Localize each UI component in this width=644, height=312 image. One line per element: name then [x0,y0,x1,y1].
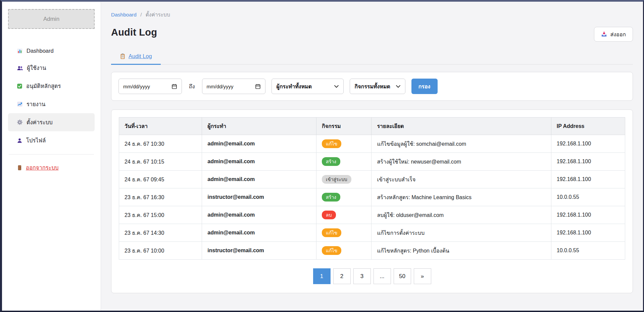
cell-actor: admin@email.com [202,224,316,242]
cell-details: เข้าสู่ระบบสำเร็จ [371,171,551,188]
cell-ip: 10.0.0.55 [551,188,625,206]
brand-label: Admin [43,16,59,23]
cell-details: สร้างหลักสูตร: Machine Learning Basics [371,188,551,206]
sidebar-item-users[interactable]: ผู้ใช้งาน [8,59,95,77]
table-header-row: วันที่-เวลาผู้กระทำกิจกรรมรายละเอียดIP A… [119,118,625,135]
activity-badge: เข้าสู่ระบบ [322,175,351,184]
sidebar-item-reports[interactable]: รายงาน [8,95,95,113]
activity-badge: แก้ไข [322,139,341,148]
export-button[interactable]: ส่งออก [594,27,633,42]
table-row: 23 ธ.ค. 67 10:00instructor@email.comแก้ไ… [119,242,625,260]
cell-actor: admin@email.com [202,171,316,188]
sidebar-item-label: ผู้ใช้งาน [27,63,46,72]
logout-link[interactable]: ออกจากระบบ [17,163,58,172]
activity-filter-value: กิจกรรมทั้งหมด [355,82,390,91]
app-window: Admin Dashboardผู้ใช้งานอนุมัติหลักสูตรร… [0,0,644,312]
export-icon [601,31,607,37]
sidebar-menu: Dashboardผู้ใช้งานอนุมัติหลักสูตรรายงานต… [8,43,95,149]
cell-details: แก้ไขการตั้งค่าระบบ [371,224,551,242]
page-button-50[interactable]: 50 [394,268,411,284]
column-header: วันที่-เวลา [119,118,202,135]
activity-badge: สร้าง [322,193,340,202]
cell-actor: instructor@email.com [202,188,316,206]
actor-filter-select[interactable]: ผู้กระทำทั้งหมด [271,79,344,94]
column-header: IP Address [551,118,625,135]
page-button-next[interactable]: » [414,268,431,284]
sidebar-item-approve-courses[interactable]: อนุมัติหลักสูตร [8,77,95,95]
table-row: 23 ธ.ค. 67 14:30admin@email.comแก้ไขแก้ไ… [119,224,625,242]
breadcrumb-separator: / [140,12,142,17]
date-to-value: mm/dd/yyyy [207,84,234,89]
activity-badge: แก้ไข [322,228,341,237]
gear-icon [17,119,23,125]
cell-actor: instructor@email.com [202,242,316,260]
cell-datetime: 24 ธ.ค. 67 09:45 [119,171,202,188]
audit-log-table: วันที่-เวลาผู้กระทำกิจกรรมรายละเอียดIP A… [119,117,625,260]
calendar-icon[interactable] [255,84,261,89]
cell-actor: admin@email.com [202,153,316,171]
sidebar-item-dashboard[interactable]: Dashboard [8,43,95,59]
sidebar-item-label: อนุมัติหลักสูตร [26,82,61,90]
activity-badge: ลบ [322,211,336,219]
dashboard-chart-icon [17,48,23,54]
page-button-2[interactable]: 2 [333,268,351,284]
approve-check-icon [17,83,22,89]
sidebar-item-label: ตั้งค่าระบบ [27,118,53,127]
main-content: Dashboard / ตั้งค่าระบบ Audit Log ส่งออก [101,2,643,311]
table-row: 24 ธ.ค. 67 10:15admin@email.comสร้างสร้า… [119,153,625,171]
breadcrumb: Dashboard / ตั้งค่าระบบ [111,10,633,19]
sidebar-item-system-settings[interactable]: ตั้งค่าระบบ [8,113,95,131]
sidebar-item-label: Dashboard [27,48,54,54]
actor-filter-value: ผู้กระทำทั้งหมด [277,82,312,91]
cell-datetime: 23 ธ.ค. 67 15:00 [119,206,202,224]
cell-actor: admin@email.com [202,206,316,224]
breadcrumb-dashboard-link[interactable]: Dashboard [111,12,137,17]
tab-audit-log-label: Audit Log [129,53,152,59]
breadcrumb-current: ตั้งค่าระบบ [146,12,170,17]
audit-log-card: วันที่-เวลาผู้กระทำกิจกรรมรายละเอียดIP A… [111,109,633,293]
cell-datetime: 23 ธ.ค. 67 16:30 [119,188,202,206]
activity-filter-select[interactable]: กิจกรรมทั้งหมด [350,79,405,94]
calendar-icon[interactable] [171,84,177,89]
export-button-label: ส่งออก [610,30,626,39]
page-title: Audit Log [111,27,157,38]
cell-ip: 192.168.1.100 [551,224,625,242]
users-icon [17,65,23,71]
cell-details: ลบผู้ใช้: olduser@email.com [371,206,551,224]
date-range-to-label: ถึง [189,82,195,91]
cell-activity: สร้าง [316,188,371,206]
page-button-1[interactable]: 1 [313,268,331,284]
page-button-ellipsis[interactable]: ... [374,268,391,284]
profile-icon [17,138,22,143]
cell-ip: 192.168.1.100 [551,206,625,224]
sidebar: Admin Dashboardผู้ใช้งานอนุมัติหลักสูตรร… [2,2,101,311]
tab-audit-log[interactable]: Audit Log [111,53,161,65]
sidebar-item-profile[interactable]: โปรไฟล์ [8,131,95,149]
cell-actor: admin@email.com [202,135,316,153]
cell-activity: เข้าสู่ระบบ [316,171,371,188]
cell-details: แก้ไขข้อมูลผู้ใช้: somchai@email.com [371,135,551,153]
page-button-3[interactable]: 3 [353,268,371,284]
date-from-value: mm/dd/yyyy [123,84,150,89]
column-header: ผู้กระทำ [202,118,316,135]
table-row: 24 ธ.ค. 67 10:30admin@email.comแก้ไขแก้ไ… [119,135,625,153]
date-to-input[interactable]: mm/dd/yyyy [202,79,265,94]
cell-activity: แก้ไข [316,224,371,242]
tab-bar: Audit Log [111,53,633,64]
cell-datetime: 23 ธ.ค. 67 14:30 [119,224,202,242]
sidebar-item-label: รายงาน [27,100,45,108]
cell-datetime: 24 ธ.ค. 67 10:15 [119,153,202,171]
cell-ip: 192.168.1.100 [551,171,625,188]
table-row: 23 ธ.ค. 67 16:30instructor@email.comสร้า… [119,188,625,206]
filter-bar: mm/dd/yyyy ถึง mm/dd/yyyy ผู้กระทำทั้งหม… [111,72,633,101]
activity-badge: แก้ไข [322,246,341,255]
filter-button[interactable]: กรอง [411,79,438,94]
cell-ip: 192.168.1.100 [551,153,625,171]
activity-badge: สร้าง [322,157,340,166]
table-row: 23 ธ.ค. 67 15:00admin@email.comลบลบผู้ใช… [119,206,625,224]
chevron-down-icon [334,85,339,88]
cell-activity: แก้ไข [316,242,371,260]
column-header: รายละเอียด [371,118,551,135]
sidebar-divider [9,154,94,154]
date-from-input[interactable]: mm/dd/yyyy [118,79,182,94]
